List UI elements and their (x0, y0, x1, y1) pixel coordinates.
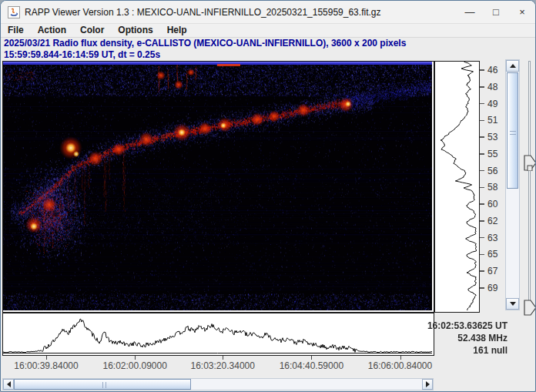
freq-tick-69: 69 (480, 283, 497, 293)
freq-tick-49: 49 (480, 99, 497, 109)
time-tick-label: 16:06:00.84000 (358, 360, 443, 371)
tick-mark (480, 270, 484, 272)
tick-mark (480, 187, 484, 189)
freq-tick-60: 60 (480, 199, 497, 209)
horizontal-scrollbar-thumb[interactable] (14, 379, 191, 390)
down-arrow-icon (510, 302, 516, 306)
slider-lower-thumb[interactable] (524, 300, 536, 316)
spectrogram-panel[interactable] (2, 61, 434, 313)
slider-track[interactable] (528, 61, 531, 315)
freq-tick-56: 56 (480, 166, 497, 176)
tick-mark (480, 120, 484, 122)
window-title: RAPP Viewer Version 1.3 : MEXICO-UANL-IN… (25, 7, 380, 18)
freq-tick-label: 67 (487, 266, 497, 276)
frequency-zoom-slider[interactable] (524, 61, 536, 317)
tick-mark (480, 86, 484, 88)
app-window: RAPP Viewer Version 1.3 : MEXICO-UANL-IN… (0, 0, 536, 392)
freq-tick-label: 58 (487, 182, 497, 193)
freq-tick-65: 65 (480, 249, 497, 260)
right-arrow-icon (426, 381, 430, 387)
freq-tick-label: 65 (487, 249, 497, 260)
frequency-profile-panel (434, 61, 480, 313)
time-tick-mark (400, 356, 401, 360)
freq-tick-53: 53 (480, 132, 497, 142)
frequency-profile-plot (435, 62, 477, 310)
cursor-frequency: 52.438 MHz (427, 332, 508, 344)
observation-info-line1: 2025/03/21 Radio flux density, e-CALLIST… (4, 38, 497, 49)
freq-tick-label: 62 (487, 216, 497, 226)
thumb-grip-icon (510, 131, 516, 135)
menu-bar: FileActionColorOptionsHelp (1, 24, 535, 38)
time-profile-panel (2, 313, 434, 356)
freq-tick-label: 60 (487, 199, 497, 209)
time-tick-label: 16:04:40.59000 (269, 360, 353, 371)
close-button[interactable]: × (509, 1, 535, 23)
vertical-scrollbar-thumb[interactable] (507, 72, 518, 189)
menu-item-help[interactable]: Help (160, 24, 194, 37)
menu-item-options[interactable]: Options (111, 24, 159, 37)
freq-tick-label: 55 (487, 149, 497, 159)
freq-tick-label: 49 (487, 99, 497, 109)
time-tick-label: 16:02:00.09000 (92, 360, 177, 371)
tick-mark (480, 136, 484, 138)
freq-tick-48: 48 (480, 82, 497, 92)
time-tick-label: 16:03:20.34000 (180, 360, 265, 371)
freq-tick-label: 56 (487, 166, 497, 176)
tick-mark (480, 103, 484, 105)
time-profile-plot (3, 313, 432, 353)
time-tick-mark (311, 356, 312, 360)
tick-mark (480, 220, 484, 222)
freq-tick-label: 53 (487, 132, 497, 142)
freq-tick-62: 62 (480, 216, 497, 226)
freq-tick-label: 46 (487, 65, 497, 75)
freq-tick-label: 48 (487, 82, 497, 92)
minimize-button[interactable]: — (457, 1, 483, 23)
freq-tick-label: 51 (487, 115, 497, 126)
maximize-button[interactable]: □ (483, 1, 509, 23)
scroll-right-button[interactable] (422, 379, 433, 390)
left-arrow-icon (7, 381, 11, 387)
time-tick-mark (46, 356, 47, 360)
cursor-readout: 16:02:53.63625 UT 52.438 MHz 161 null (427, 320, 508, 357)
menu-item-action[interactable]: Action (31, 24, 73, 37)
horizontal-scrollbar[interactable] (2, 378, 434, 390)
menu-item-file[interactable]: File (1, 24, 31, 37)
observation-info: 2025/03/21 Radio flux density, e-CALLIST… (4, 38, 497, 61)
freq-tick-51: 51 (480, 115, 497, 126)
scroll-down-button[interactable] (506, 298, 519, 310)
tick-mark (480, 237, 484, 239)
time-tick-label: 16:00:39.84000 (4, 360, 89, 371)
freq-tick-55: 55 (480, 149, 497, 159)
tick-mark (480, 254, 484, 256)
freq-tick-46: 46 (480, 65, 497, 75)
cursor-time: 16:02:53.63625 UT (427, 320, 508, 332)
up-arrow-icon (510, 64, 516, 68)
tick-mark (480, 203, 484, 205)
scroll-left-button[interactable] (3, 379, 14, 390)
thumb-grip-icon (102, 382, 106, 388)
cursor-value: 161 null (427, 344, 508, 357)
vertical-scrollbar[interactable] (505, 59, 520, 310)
tick-mark (480, 170, 484, 172)
menu-item-color[interactable]: Color (73, 24, 111, 37)
freq-tick-label: 69 (487, 283, 497, 293)
time-tick-mark (135, 356, 136, 360)
tick-mark (480, 69, 484, 71)
java-icon (8, 6, 20, 18)
observation-info-line2: 15:59:59.844-16:14:59 UT, dt = 0.25s (4, 49, 497, 61)
time-tick-mark (223, 356, 223, 360)
freq-tick-label: 63 (487, 233, 497, 243)
freq-tick-58: 58 (480, 182, 497, 193)
freq-tick-67: 67 (480, 266, 497, 276)
freq-tick-63: 63 (480, 233, 497, 243)
scroll-up-button[interactable] (506, 60, 519, 72)
tick-mark (480, 153, 484, 155)
slider-upper-thumb[interactable] (524, 155, 536, 171)
title-bar[interactable]: RAPP Viewer Version 1.3 : MEXICO-UANL-IN… (1, 1, 535, 24)
spectrogram-image[interactable] (3, 62, 432, 310)
tick-mark (480, 287, 484, 289)
